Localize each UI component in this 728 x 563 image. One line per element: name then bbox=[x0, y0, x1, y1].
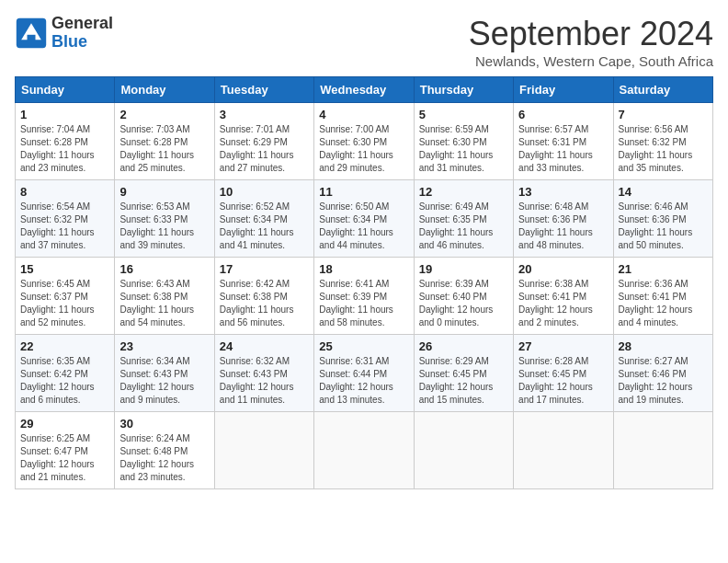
calendar-cell: 27 Sunrise: 6:28 AM Sunset: 6:45 PM Dayl… bbox=[514, 335, 613, 412]
daylight-label: Daylight: 11 hours and 48 minutes. bbox=[518, 227, 593, 250]
calendar-cell: 13 Sunrise: 6:48 AM Sunset: 6:36 PM Dayl… bbox=[514, 180, 613, 258]
day-info: Sunrise: 6:27 AM Sunset: 6:46 PM Dayligh… bbox=[619, 355, 708, 407]
calendar-cell: 16 Sunrise: 6:43 AM Sunset: 6:38 PM Dayl… bbox=[115, 258, 214, 335]
day-info: Sunrise: 6:41 AM Sunset: 6:39 PM Dayligh… bbox=[319, 278, 408, 329]
svg-rect-2 bbox=[28, 35, 36, 41]
day-info: Sunrise: 6:39 AM Sunset: 6:40 PM Dayligh… bbox=[419, 278, 508, 329]
day-info: Sunrise: 6:28 AM Sunset: 6:45 PM Dayligh… bbox=[518, 355, 608, 407]
col-wednesday: Wednesday bbox=[314, 77, 414, 103]
calendar-cell: 14 Sunrise: 6:46 AM Sunset: 6:36 PM Dayl… bbox=[613, 180, 712, 258]
month-title: September 2024 bbox=[469, 15, 713, 53]
calendar-week-row: 29 Sunrise: 6:25 AM Sunset: 6:47 PM Dayl… bbox=[16, 412, 713, 489]
calendar-cell: 20 Sunrise: 6:38 AM Sunset: 6:41 PM Dayl… bbox=[514, 258, 613, 335]
logo-text: General Blue bbox=[51, 15, 113, 52]
daylight-label: Daylight: 12 hours and 6 minutes. bbox=[20, 382, 95, 405]
calendar-cell: 24 Sunrise: 6:32 AM Sunset: 6:43 PM Dayl… bbox=[214, 335, 313, 412]
daylight-label: Daylight: 11 hours and 33 minutes. bbox=[518, 150, 593, 173]
calendar-cell: 26 Sunrise: 6:29 AM Sunset: 6:45 PM Dayl… bbox=[414, 335, 513, 412]
daylight-label: Daylight: 12 hours and 13 minutes. bbox=[319, 382, 393, 405]
sunrise-label: Sunrise: 7:01 AM bbox=[220, 124, 290, 134]
day-number: 22 bbox=[20, 339, 109, 353]
day-info: Sunrise: 6:57 AM Sunset: 6:31 PM Dayligh… bbox=[518, 123, 608, 175]
sunrise-label: Sunrise: 6:25 AM bbox=[20, 433, 90, 443]
daylight-label: Daylight: 12 hours and 19 minutes. bbox=[619, 382, 693, 405]
sunrise-label: Sunrise: 6:59 AM bbox=[419, 124, 489, 134]
calendar-cell: 8 Sunrise: 6:54 AM Sunset: 6:32 PM Dayli… bbox=[16, 180, 115, 258]
sunrise-label: Sunrise: 6:48 AM bbox=[518, 201, 588, 212]
sunset-label: Sunset: 6:44 PM bbox=[319, 369, 387, 379]
sunset-label: Sunset: 6:34 PM bbox=[220, 214, 288, 224]
day-number: 13 bbox=[518, 185, 608, 199]
calendar-cell: 10 Sunrise: 6:52 AM Sunset: 6:34 PM Dayl… bbox=[214, 180, 313, 258]
day-info: Sunrise: 7:03 AM Sunset: 6:28 PM Dayligh… bbox=[119, 123, 209, 175]
col-tuesday: Tuesday bbox=[214, 77, 313, 103]
col-friday: Friday bbox=[514, 77, 613, 103]
sunset-label: Sunset: 6:30 PM bbox=[419, 137, 487, 147]
day-info: Sunrise: 6:46 AM Sunset: 6:36 PM Dayligh… bbox=[619, 201, 708, 252]
day-info: Sunrise: 6:34 AM Sunset: 6:43 PM Dayligh… bbox=[119, 355, 209, 407]
sunset-label: Sunset: 6:37 PM bbox=[20, 292, 88, 302]
day-number: 3 bbox=[220, 108, 309, 121]
daylight-label: Daylight: 12 hours and 2 minutes. bbox=[518, 304, 593, 327]
daylight-label: Daylight: 11 hours and 52 minutes. bbox=[20, 304, 95, 327]
day-info: Sunrise: 6:29 AM Sunset: 6:45 PM Dayligh… bbox=[419, 355, 508, 407]
daylight-label: Daylight: 11 hours and 58 minutes. bbox=[319, 304, 393, 327]
sunset-label: Sunset: 6:38 PM bbox=[119, 292, 188, 302]
sunset-label: Sunset: 6:31 PM bbox=[518, 137, 586, 147]
sunrise-label: Sunrise: 6:46 AM bbox=[619, 201, 688, 212]
sunset-label: Sunset: 6:34 PM bbox=[319, 214, 387, 224]
day-info: Sunrise: 6:32 AM Sunset: 6:43 PM Dayligh… bbox=[220, 355, 309, 407]
day-number: 11 bbox=[319, 185, 408, 199]
calendar-cell: 30 Sunrise: 6:24 AM Sunset: 6:48 PM Dayl… bbox=[115, 412, 214, 489]
calendar-cell: 7 Sunrise: 6:56 AM Sunset: 6:32 PM Dayli… bbox=[613, 103, 712, 180]
sunrise-label: Sunrise: 6:27 AM bbox=[619, 356, 688, 366]
day-number: 1 bbox=[20, 108, 109, 121]
calendar-header-row: Sunday Monday Tuesday Wednesday Thursday… bbox=[16, 77, 713, 103]
daylight-label: Daylight: 12 hours and 0 minutes. bbox=[419, 304, 494, 327]
calendar-week-row: 1 Sunrise: 7:04 AM Sunset: 6:28 PM Dayli… bbox=[16, 103, 713, 180]
day-info: Sunrise: 7:01 AM Sunset: 6:29 PM Dayligh… bbox=[220, 123, 309, 175]
day-number: 17 bbox=[220, 262, 309, 276]
logo-icon bbox=[15, 17, 48, 50]
sunset-label: Sunset: 6:35 PM bbox=[419, 214, 487, 224]
sunrise-label: Sunrise: 6:35 AM bbox=[20, 356, 90, 366]
sunrise-label: Sunrise: 6:42 AM bbox=[220, 279, 290, 289]
day-info: Sunrise: 6:43 AM Sunset: 6:38 PM Dayligh… bbox=[119, 278, 209, 329]
calendar-cell: 23 Sunrise: 6:34 AM Sunset: 6:43 PM Dayl… bbox=[115, 335, 214, 412]
sunset-label: Sunset: 6:43 PM bbox=[220, 369, 288, 379]
page-header: General Blue September 2024 Newlands, We… bbox=[15, 15, 713, 69]
day-number: 23 bbox=[119, 339, 209, 353]
calendar-cell: 11 Sunrise: 6:50 AM Sunset: 6:34 PM Dayl… bbox=[314, 180, 414, 258]
calendar-cell: 22 Sunrise: 6:35 AM Sunset: 6:42 PM Dayl… bbox=[16, 335, 115, 412]
day-info: Sunrise: 6:38 AM Sunset: 6:41 PM Dayligh… bbox=[518, 278, 608, 329]
sunrise-label: Sunrise: 7:00 AM bbox=[319, 124, 389, 134]
sunset-label: Sunset: 6:43 PM bbox=[119, 369, 188, 379]
daylight-label: Daylight: 12 hours and 17 minutes. bbox=[518, 382, 593, 405]
day-number: 30 bbox=[119, 417, 209, 431]
day-number: 20 bbox=[518, 262, 608, 276]
daylight-label: Daylight: 11 hours and 29 minutes. bbox=[319, 150, 393, 173]
sunrise-label: Sunrise: 6:24 AM bbox=[119, 433, 189, 443]
daylight-label: Daylight: 11 hours and 35 minutes. bbox=[619, 150, 693, 173]
day-number: 25 bbox=[319, 339, 408, 353]
title-block: September 2024 Newlands, Western Cape, S… bbox=[469, 15, 713, 69]
calendar-cell: 15 Sunrise: 6:45 AM Sunset: 6:37 PM Dayl… bbox=[16, 258, 115, 335]
daylight-label: Daylight: 11 hours and 56 minutes. bbox=[220, 304, 294, 327]
calendar-cell bbox=[514, 412, 613, 489]
day-info: Sunrise: 6:52 AM Sunset: 6:34 PM Dayligh… bbox=[220, 201, 309, 252]
col-saturday: Saturday bbox=[613, 77, 712, 103]
sunrise-label: Sunrise: 6:50 AM bbox=[319, 201, 389, 212]
sunrise-label: Sunrise: 6:32 AM bbox=[220, 356, 290, 366]
sunrise-label: Sunrise: 7:03 AM bbox=[119, 124, 189, 134]
day-info: Sunrise: 6:49 AM Sunset: 6:35 PM Dayligh… bbox=[419, 201, 508, 252]
day-info: Sunrise: 6:53 AM Sunset: 6:33 PM Dayligh… bbox=[119, 201, 209, 252]
sunrise-label: Sunrise: 6:45 AM bbox=[20, 279, 90, 289]
day-info: Sunrise: 6:35 AM Sunset: 6:42 PM Dayligh… bbox=[20, 355, 109, 407]
calendar-cell: 2 Sunrise: 7:03 AM Sunset: 6:28 PM Dayli… bbox=[115, 103, 214, 180]
day-info: Sunrise: 6:42 AM Sunset: 6:38 PM Dayligh… bbox=[220, 278, 309, 329]
sunrise-label: Sunrise: 6:41 AM bbox=[319, 279, 389, 289]
sunset-label: Sunset: 6:32 PM bbox=[20, 214, 88, 224]
sunset-label: Sunset: 6:45 PM bbox=[419, 369, 487, 379]
sunrise-label: Sunrise: 6:31 AM bbox=[319, 356, 389, 366]
calendar-table: Sunday Monday Tuesday Wednesday Thursday… bbox=[15, 76, 713, 489]
